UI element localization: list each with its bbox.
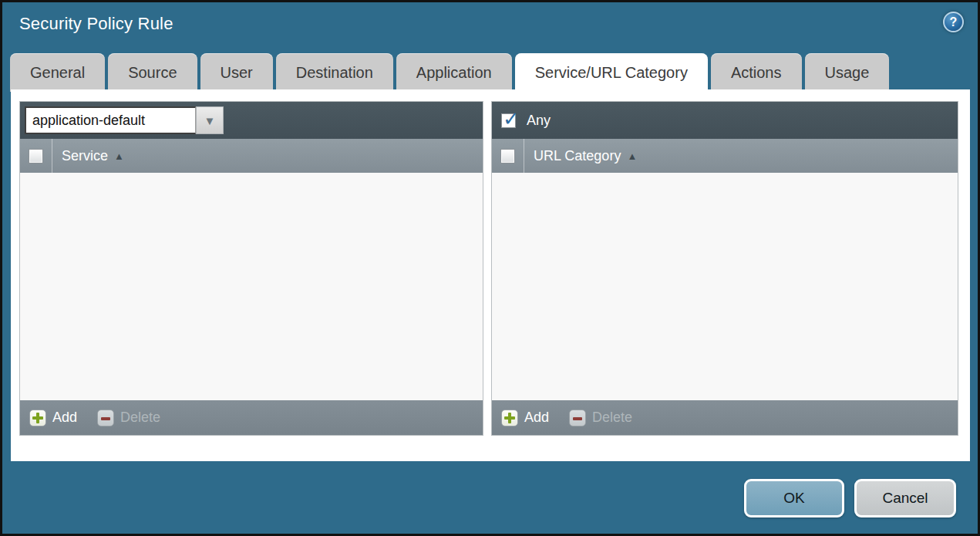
tab-content: application-default ▼ Service ▲ Add: [11, 89, 970, 461]
tab-application[interactable]: Application: [396, 53, 512, 92]
tab-actions[interactable]: Actions: [711, 53, 802, 92]
tab-usage[interactable]: Usage: [805, 53, 890, 92]
url-category-footer: Add Delete: [492, 400, 958, 435]
sort-asc-icon[interactable]: ▲: [627, 150, 637, 162]
title-bar: Security Policy Rule ?: [2, 2, 978, 50]
dialog-buttons: OK Cancel: [744, 479, 956, 517]
any-row: Any: [497, 113, 551, 129]
url-category-column-header[interactable]: URL Category: [534, 148, 621, 164]
url-category-add-button[interactable]: Add: [501, 410, 549, 426]
service-type-dropdown[interactable]: application-default ▼: [25, 106, 224, 134]
chevron-down-icon[interactable]: ▼: [196, 106, 224, 134]
tab-source[interactable]: Source: [108, 53, 197, 92]
url-category-list: [492, 173, 958, 400]
tab-destination[interactable]: Destination: [276, 53, 393, 92]
ok-button[interactable]: OK: [744, 479, 844, 517]
url-category-panel: Any URL Category ▲ Add Delete: [491, 101, 958, 436]
plus-icon: [29, 410, 46, 426]
service-panel: application-default ▼ Service ▲ Add: [19, 101, 483, 436]
sort-asc-icon[interactable]: ▲: [114, 150, 124, 162]
tab-user[interactable]: User: [200, 53, 273, 92]
security-policy-rule-dialog: Security Policy Rule ? General Source Us…: [0, 0, 980, 536]
url-category-column-header-row: URL Category ▲: [492, 139, 958, 173]
tab-general[interactable]: General: [10, 53, 105, 92]
service-delete-button[interactable]: Delete: [97, 410, 160, 426]
any-label: Any: [527, 113, 551, 129]
url-category-select-all-cell: [492, 139, 524, 173]
service-column-header-row: Service ▲: [20, 139, 483, 173]
minus-icon: [569, 410, 586, 426]
url-category-toolbar: Any: [492, 102, 958, 139]
plus-icon: [501, 410, 518, 426]
service-list: [20, 173, 483, 400]
url-category-select-all-checkbox[interactable]: [500, 149, 515, 163]
cancel-button[interactable]: Cancel: [854, 479, 956, 517]
service-toolbar: application-default ▼: [20, 102, 483, 139]
dialog-title: Security Policy Rule: [19, 14, 173, 34]
service-type-dropdown-value[interactable]: application-default: [25, 106, 196, 134]
service-column-header[interactable]: Service: [62, 148, 108, 164]
service-select-all-cell: [20, 139, 52, 173]
service-select-all-checkbox[interactable]: [29, 149, 43, 163]
tab-bar: General Source User Destination Applicat…: [10, 53, 978, 92]
service-footer: Add Delete: [20, 400, 483, 435]
minus-icon: [97, 410, 114, 426]
url-category-delete-button[interactable]: Delete: [569, 410, 632, 426]
help-icon[interactable]: ?: [943, 12, 964, 32]
any-checkbox[interactable]: [501, 113, 516, 128]
tab-service-url-category[interactable]: Service/URL Category: [515, 53, 708, 92]
service-add-button[interactable]: Add: [29, 410, 77, 426]
